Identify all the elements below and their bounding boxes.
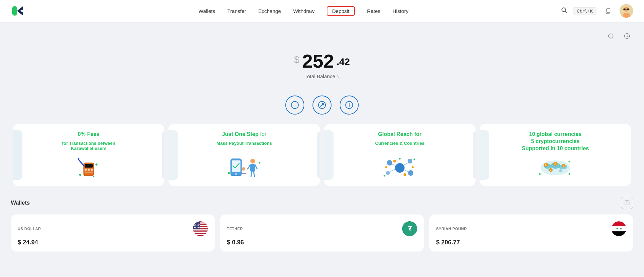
wallet-card-syp: SYRIAN POUND ★ ★ — [429, 214, 633, 252]
balance-decimal: .42 — [337, 56, 350, 67]
promo-currencies-title: 10 global currencies5 cryptocurrenciesSu… — [522, 131, 589, 152]
svg-rect-87 — [193, 232, 208, 233]
balance-currency-symbol: $ — [294, 54, 300, 65]
svg-text:€: € — [554, 163, 556, 165]
promo-section: 0% Fees for Transactions betweenKazawall… — [11, 124, 633, 186]
wallet-usdt-flag: ₮ — [402, 221, 417, 236]
logo[interactable] — [11, 3, 26, 18]
svg-rect-34 — [250, 164, 255, 172]
keyboard-shortcut: Ctrl+K — [573, 7, 596, 15]
svg-rect-9 — [627, 8, 629, 10]
user-avatar[interactable] — [620, 4, 633, 18]
svg-text:$: $ — [545, 164, 547, 167]
promo-fees-image — [72, 155, 106, 179]
svg-rect-23 — [91, 169, 93, 171]
balance-section: $ 252 .42 Total Balance ≈ — [11, 45, 633, 89]
wallet-syp-flag: ★ ★ — [611, 221, 626, 236]
svg-point-58 — [399, 158, 401, 159]
withdraw-button[interactable] — [285, 96, 304, 115]
svg-text:★: ★ — [616, 227, 618, 230]
balance-amount: $ 252 .42 — [11, 52, 633, 71]
svg-point-33 — [250, 159, 255, 163]
wallets-header: Wallets — [11, 197, 633, 209]
svg-point-73 — [539, 173, 541, 175]
wallet-usd-name: US DOLLAR — [18, 227, 41, 231]
svg-point-64 — [559, 169, 562, 172]
nav-wallets[interactable]: Wallets — [199, 7, 215, 15]
wallet-card-usdt: TETHER ₮ $ 0.96 — [220, 214, 424, 252]
search-button[interactable] — [561, 7, 568, 15]
wallet-usd-header: US DOLLAR — [18, 221, 208, 236]
svg-point-43 — [395, 163, 405, 173]
svg-point-55 — [385, 166, 387, 168]
svg-line-50 — [390, 169, 396, 172]
copy-icon-button[interactable] — [602, 5, 614, 17]
promo-global-title: Global Reach for — [378, 131, 422, 138]
top-right-actions — [11, 30, 633, 42]
promo-currencies-image: $ € £ ¥ — [538, 155, 572, 179]
wallet-card-usd: US DOLLAR — [11, 214, 215, 252]
svg-rect-98 — [611, 226, 626, 231]
svg-point-56 — [384, 175, 386, 176]
refresh-button[interactable] — [605, 30, 617, 42]
svg-line-36 — [255, 165, 257, 169]
svg-point-53 — [404, 173, 406, 176]
wallets-section: Wallets US DOLLAR — [11, 197, 633, 257]
promo-currencies-card: 10 global currencies5 cryptocurrenciesSu… — [480, 124, 631, 186]
svg-point-47 — [408, 170, 413, 176]
svg-rect-0 — [12, 6, 17, 16]
exchange-button[interactable] — [312, 96, 332, 115]
action-buttons — [11, 96, 633, 115]
wallet-usdt-name: TETHER — [227, 227, 243, 231]
svg-line-38 — [254, 172, 254, 176]
svg-rect-99 — [611, 231, 626, 237]
main-content: $ 252 .42 Total Balance ≈ — [0, 22, 644, 268]
deposit-button[interactable] — [340, 96, 359, 115]
promo-payout-subtitle: Mass Payout Transactions — [216, 141, 272, 146]
svg-point-32 — [235, 173, 237, 175]
svg-rect-97 — [611, 221, 626, 226]
promo-fees-subtitle: for Transactions betweenKazawallet users — [62, 141, 115, 151]
svg-point-52 — [393, 160, 396, 162]
nav-links: Wallets Transfer Exchange Withdraw Depos… — [46, 6, 561, 16]
svg-text:¥: ¥ — [550, 170, 551, 172]
nav-transfer[interactable]: Transfer — [227, 7, 246, 15]
svg-point-54 — [412, 166, 414, 168]
wallet-usd-amount: $ 24.94 — [18, 239, 208, 246]
nav-rates[interactable]: Rates — [367, 7, 380, 15]
promo-payout-image — [227, 155, 261, 179]
svg-point-46 — [386, 171, 390, 175]
history-clock-button[interactable] — [621, 30, 633, 42]
promo-payout-title: Just One Step for — [222, 131, 267, 138]
svg-line-2 — [565, 11, 567, 13]
svg-point-41 — [228, 172, 230, 174]
svg-point-29 — [93, 176, 94, 177]
wallet-syp-header: SYRIAN POUND ★ ★ — [436, 221, 626, 236]
svg-point-42 — [259, 162, 261, 163]
svg-line-51 — [404, 170, 408, 172]
svg-line-35 — [248, 165, 250, 169]
svg-point-39 — [242, 167, 245, 171]
svg-rect-88 — [193, 234, 208, 235]
svg-point-44 — [387, 160, 392, 166]
wallet-syp-name: SYRIAN POUND — [436, 227, 467, 231]
wallet-usd-flag: ★★★★★ ★★★★ ★★★★★ — [193, 221, 208, 236]
edit-wallets-button[interactable] — [621, 197, 633, 209]
balance-integer: 252 — [302, 52, 334, 71]
nav-deposit[interactable]: Deposit — [327, 6, 355, 16]
svg-text:★: ★ — [620, 227, 622, 230]
wallet-usdt-header: TETHER ₮ — [227, 221, 417, 236]
wallet-cards: US DOLLAR — [11, 214, 633, 252]
svg-line-48 — [392, 164, 396, 166]
svg-text:★★★★★: ★★★★★ — [194, 226, 201, 228]
promo-global-image — [383, 155, 417, 179]
svg-line-15 — [321, 104, 323, 106]
navbar: Wallets Transfer Exchange Withdraw Depos… — [0, 0, 644, 22]
svg-point-75 — [569, 173, 570, 175]
nav-history[interactable]: History — [393, 7, 409, 15]
wallet-usdt-amount: $ 0.96 — [227, 239, 417, 246]
svg-rect-8 — [623, 8, 626, 10]
svg-line-25 — [78, 159, 84, 166]
nav-exchange[interactable]: Exchange — [258, 7, 281, 15]
nav-withdraw[interactable]: Withdraw — [293, 7, 315, 15]
